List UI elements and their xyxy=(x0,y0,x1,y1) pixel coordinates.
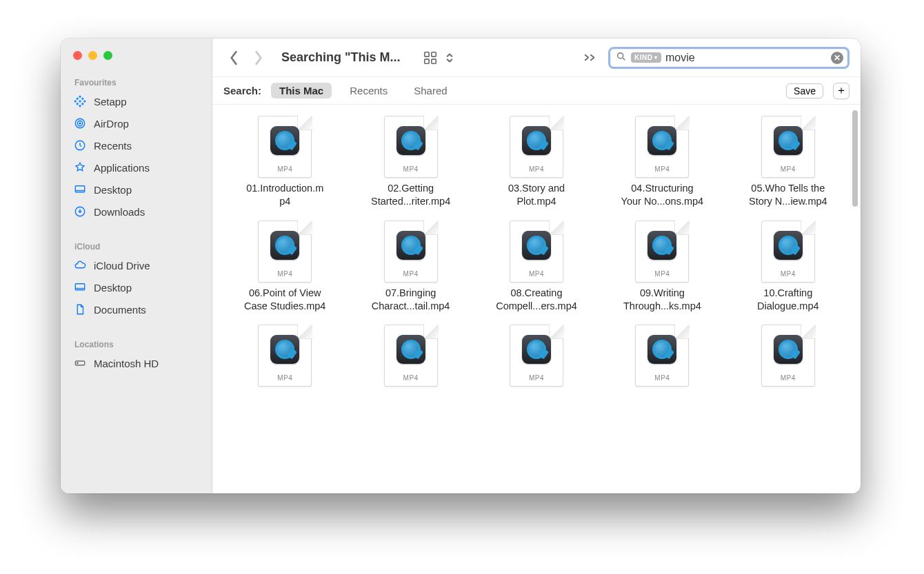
search-query-text[interactable]: movie xyxy=(665,52,827,64)
svg-point-22 xyxy=(618,52,623,58)
quicktime-icon xyxy=(774,335,803,364)
search-kind-token[interactable]: KIND▾ xyxy=(631,52,661,63)
search-scope-bar: Search: This Mac Recents Shared Save ＋ xyxy=(212,77,861,105)
sidebar-item-label: Macintosh HD xyxy=(94,358,159,369)
file-item[interactable]: MP4 06.Point of ViewCase Studies.mp4 xyxy=(229,221,341,313)
setapp-icon xyxy=(73,94,87,108)
file-extension-label: MP4 xyxy=(384,373,438,382)
file-icon: MP4 xyxy=(258,325,312,387)
file-name: 10.CraftingDialogue.mp4 xyxy=(757,287,818,313)
results-area: MP4 01.Introduction.mp4 MP4 02.GettingSt… xyxy=(212,105,861,493)
sidebar-item-icloud-desktop[interactable]: Desktop xyxy=(61,276,212,298)
svg-rect-21 xyxy=(431,59,435,63)
view-mode-button[interactable] xyxy=(423,50,457,65)
sidebar-item-icloud-drive[interactable]: iCloud Drive xyxy=(61,254,212,276)
window-controls xyxy=(61,48,212,74)
file-item[interactable]: MP4 08.CreatingCompell...ers.mp4 xyxy=(481,221,592,313)
svg-rect-13 xyxy=(75,186,85,192)
file-item[interactable]: MP4 xyxy=(606,325,718,391)
quicktime-icon xyxy=(396,126,425,155)
sidebar-item-label: Documents xyxy=(94,304,146,316)
sidebar-item-airdrop[interactable]: AirDrop xyxy=(61,112,212,134)
search-field[interactable]: KIND▾ movie ✕ xyxy=(608,47,850,69)
quicktime-icon xyxy=(647,231,676,260)
quicktime-icon xyxy=(270,335,299,364)
file-item[interactable]: MP4 xyxy=(732,325,844,391)
file-item[interactable]: MP4 05.Who Tells theStory N...iew.mp4 xyxy=(732,116,844,208)
scrollbar[interactable] xyxy=(852,110,858,207)
file-extension-label: MP4 xyxy=(510,373,563,382)
file-extension-label: MP4 xyxy=(635,165,689,174)
file-item[interactable]: MP4 03.Story andPlot.mp4 xyxy=(481,116,592,208)
clear-search-button[interactable]: ✕ xyxy=(831,52,843,64)
file-name: 09.WritingThrough...ks.mp4 xyxy=(623,287,701,313)
main-area: Searching "This M... KIND▾ movie ✕ xyxy=(212,39,861,493)
svg-rect-7 xyxy=(76,103,79,105)
file-item[interactable]: MP4 01.Introduction.mp4 xyxy=(229,116,341,208)
svg-rect-6 xyxy=(81,97,84,100)
sidebar-item-label: Desktop xyxy=(94,282,132,294)
svg-point-17 xyxy=(77,362,79,364)
svg-rect-3 xyxy=(83,100,86,103)
back-button[interactable] xyxy=(226,50,241,65)
minimize-window-button[interactable] xyxy=(88,51,97,60)
svg-rect-15 xyxy=(75,284,85,290)
sidebar-item-desktop[interactable]: Desktop xyxy=(61,178,212,201)
file-name: 07.BringingCharact...tail.mp4 xyxy=(372,287,450,313)
save-search-button[interactable]: Save xyxy=(786,83,823,99)
file-item[interactable]: MP4 xyxy=(354,325,466,391)
sidebar-section-favourites: Favourites xyxy=(61,74,212,90)
chevron-down-icon: ▾ xyxy=(654,54,658,61)
add-criteria-button[interactable]: ＋ xyxy=(833,83,850,99)
file-name: 01.Introduction.mp4 xyxy=(246,182,323,208)
file-icon: MP4 xyxy=(635,221,689,283)
close-window-button[interactable] xyxy=(73,51,82,60)
file-item[interactable]: MP4 09.WritingThrough...ks.mp4 xyxy=(606,221,718,313)
file-extension-label: MP4 xyxy=(761,269,815,278)
quicktime-icon xyxy=(396,231,425,260)
sidebar-item-label: Setapp xyxy=(94,96,127,107)
file-extension-label: MP4 xyxy=(258,165,312,174)
file-name: 02.GettingStarted...riter.mp4 xyxy=(371,182,450,208)
sidebar-item-applications[interactable]: Applications xyxy=(61,156,212,178)
window-title: Searching "This M... xyxy=(281,50,401,65)
quicktime-icon xyxy=(522,231,551,260)
zoom-window-button[interactable] xyxy=(103,51,112,60)
svg-rect-4 xyxy=(79,100,81,103)
svg-rect-19 xyxy=(431,52,435,56)
sidebar-item-icloud-documents[interactable]: Documents xyxy=(61,298,212,320)
file-icon: MP4 xyxy=(384,221,438,283)
document-icon xyxy=(73,303,87,316)
file-extension-label: MP4 xyxy=(384,269,438,278)
chevron-up-down-icon xyxy=(442,50,457,65)
file-item[interactable]: MP4 xyxy=(481,325,592,391)
quicktime-icon xyxy=(647,126,676,155)
file-name: 06.Point of ViewCase Studies.mp4 xyxy=(244,287,325,313)
svg-rect-8 xyxy=(81,103,84,105)
file-name: 04.StructuringYour No...ons.mp4 xyxy=(621,182,704,208)
sidebar-item-macintosh-hd[interactable]: Macintosh HD xyxy=(61,352,212,374)
file-icon: MP4 xyxy=(510,325,563,387)
svg-rect-1 xyxy=(79,105,81,107)
file-icon: MP4 xyxy=(510,221,563,283)
downloads-icon xyxy=(73,205,87,218)
file-item[interactable]: MP4 04.StructuringYour No...ons.mp4 xyxy=(606,116,718,208)
toolbar-overflow-button[interactable] xyxy=(582,50,599,66)
file-item[interactable]: MP4 07.BringingCharact...tail.mp4 xyxy=(354,221,466,313)
file-extension-label: MP4 xyxy=(258,269,312,278)
scope-recents[interactable]: Recents xyxy=(341,83,396,99)
file-item[interactable]: MP4 10.CraftingDialogue.mp4 xyxy=(732,221,844,313)
svg-rect-2 xyxy=(74,100,77,103)
file-item[interactable]: MP4 02.GettingStarted...riter.mp4 xyxy=(354,116,466,208)
scope-this-mac[interactable]: This Mac xyxy=(271,83,332,99)
file-name: 05.Who Tells theStory N...iew.mp4 xyxy=(749,182,827,208)
file-item[interactable]: MP4 xyxy=(229,325,341,391)
sidebar-item-setapp[interactable]: Setapp xyxy=(61,90,212,112)
file-name: 08.CreatingCompell...ers.mp4 xyxy=(496,287,577,313)
sidebar-item-recents[interactable]: Recents xyxy=(61,134,212,156)
sidebar-item-downloads[interactable]: Downloads xyxy=(61,201,212,223)
file-icon: MP4 xyxy=(761,116,815,178)
sidebar-item-label: iCloud Drive xyxy=(94,260,150,271)
scope-shared[interactable]: Shared xyxy=(405,83,455,99)
forward-button[interactable] xyxy=(251,50,266,65)
